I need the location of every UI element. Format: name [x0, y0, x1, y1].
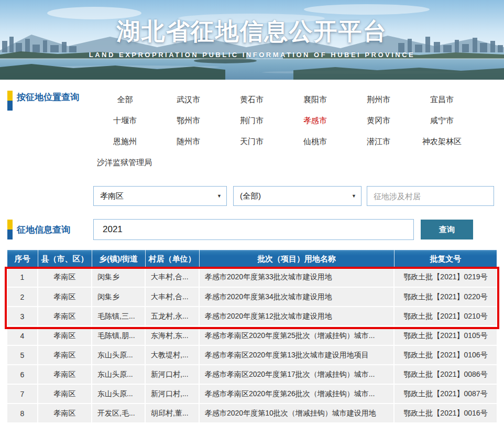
cell: 鄂政土批【2021】0016号	[394, 404, 497, 423]
column-header-3: 乡(镇)/街道	[92, 250, 145, 268]
chevron-down-icon: ▼	[217, 193, 222, 199]
city-link-黄石市[interactable]: 黄石市	[220, 89, 283, 110]
table-row-7[interactable]: 7孝南区东山头原...新河口村,...孝感市孝南区2020年度第26批次（增减挂…	[7, 384, 497, 404]
city-link-随州市[interactable]: 随州市	[157, 131, 220, 152]
section-marker-icon	[7, 91, 13, 111]
location-section-label: 按征地位置查询	[7, 89, 93, 111]
cell: 东山头原...	[92, 384, 145, 404]
city-link-荆州市[interactable]: 荆州市	[347, 89, 410, 110]
cell: 闵集乡	[92, 287, 145, 307]
cell: 3	[7, 307, 38, 326]
village-input[interactable]	[367, 186, 494, 206]
cell: 新河口村,...	[145, 384, 199, 404]
city-link-荆门市[interactable]: 荆门市	[220, 110, 283, 131]
results-table-wrap: 序号县（市、区）乡(镇)/街道村居（单位）批次（项目）用地名称批复文号 1孝南区…	[7, 250, 497, 423]
site-subtitle: LAND EXPROPRIATION PUBLIC INFORMATION OF…	[0, 51, 504, 59]
city-link-潜江市[interactable]: 潜江市	[347, 131, 410, 152]
cell: 孝南区	[38, 287, 92, 307]
cell: 东山头原...	[92, 365, 145, 384]
city-links-grid: 全部武汉市黄石市襄阳市荆州市宜昌市十堰市鄂州市荆门市孝感市黄冈市咸宁市恩施州随州…	[93, 89, 474, 173]
table-row-5[interactable]: 5孝南区东山头原...大教堤村,...孝感市孝南区2020年度第13批次城市建设…	[7, 345, 497, 365]
cell: 孝南区	[38, 307, 92, 326]
city-link-十堰市[interactable]: 十堰市	[93, 110, 157, 131]
section-marker-icon	[7, 220, 13, 239]
district-select[interactable]: 孝南区 ▼	[93, 186, 227, 206]
city-link-襄阳市[interactable]: 襄阳市	[283, 89, 347, 110]
city-link-神农架林区[interactable]: 神农架林区	[410, 131, 474, 152]
cell: 孝感市2020年度第12批次城市建设用地	[199, 307, 394, 326]
table-row-1[interactable]: 1孝南区闵集乡大丰村,合...孝感市2020年度第33批次城市建设用地鄂政土批【…	[7, 268, 497, 287]
cell: 鄂政土批【2021】0220号	[394, 287, 497, 307]
cell: 孝感市孝南区2020年度第13批次城市建设用地项目	[199, 345, 394, 365]
city-link-黄冈市[interactable]: 黄冈市	[347, 110, 410, 131]
city-link-天门市[interactable]: 天门市	[220, 131, 283, 152]
city-link-孝感市[interactable]: 孝感市	[283, 110, 347, 131]
cell: 新河口村,...	[145, 365, 199, 384]
cell: 毛陈镇,三...	[92, 307, 145, 326]
query-section-label: 征地信息查询	[7, 220, 93, 239]
location-query-section: 按征地位置查询 全部武汉市黄石市襄阳市荆州市宜昌市十堰市鄂州市荆门市孝感市黄冈市…	[7, 89, 497, 173]
district-select-value: 孝南区	[100, 191, 124, 201]
cell: 孝南区	[38, 384, 92, 404]
table-row-4[interactable]: 4孝南区毛陈镇,朋...东海村,东...孝感市孝南区2020年度第25批次（增减…	[7, 326, 497, 345]
cell: 7	[7, 384, 38, 404]
cell: 鄂政土批【2021】0086号	[394, 365, 497, 384]
cell: 5	[7, 345, 38, 365]
cell: 1	[7, 268, 38, 287]
banner: 湖北省征地信息公开平台 LAND EXPROPRIATION PUBLIC IN…	[0, 0, 504, 80]
cell: 鄂政土批【2021】0219号	[394, 268, 497, 287]
search-input[interactable]	[93, 219, 414, 240]
table-row-3[interactable]: 3孝南区毛陈镇,三...五龙村,永...孝感市2020年度第12批次城市建设用地…	[7, 307, 497, 326]
city-link-宜昌市[interactable]: 宜昌市	[410, 89, 474, 110]
city-link-武汉市[interactable]: 武汉市	[157, 89, 220, 110]
table-row-8[interactable]: 8孝南区开发区,毛...胡邱村,董...孝感市2020年度第10批次（增减挂钩）…	[7, 404, 497, 423]
info-query-section: 征地信息查询 查询	[7, 219, 497, 240]
cell: 五龙村,永...	[145, 307, 199, 326]
cell: 孝感市2020年度第33批次城市建设用地	[199, 268, 394, 287]
cell: 孝感市孝南区2020年度第25批次（增减挂钩）城市...	[199, 326, 394, 345]
cell: 鄂政土批【2021】0210号	[394, 307, 497, 326]
column-header-1: 序号	[7, 250, 38, 268]
cell: 大教堤村,...	[145, 345, 199, 365]
city-link-沙洋监狱管理局[interactable]: 沙洋监狱管理局	[93, 152, 220, 173]
cell: 6	[7, 365, 38, 384]
cell: 鄂政土批【2021】0105号	[394, 326, 497, 345]
search-button[interactable]: 查询	[421, 220, 473, 239]
cell: 大丰村,合...	[145, 287, 199, 307]
filter-row: 孝南区 ▼ (全部) ▼	[7, 186, 497, 206]
table-row-2[interactable]: 2孝南区闵集乡大丰村,合...孝感市2020年度第34批次城市建设用地鄂政土批【…	[7, 287, 497, 307]
cell: 4	[7, 326, 38, 345]
cell: 东山头原...	[92, 345, 145, 365]
cell: 孝南区	[38, 268, 92, 287]
town-select-value: (全部)	[240, 191, 261, 201]
cell: 孝感市2020年度第10批次（增减挂钩）城市建设用地	[199, 404, 394, 423]
cell: 鄂政土批【2021】0087号	[394, 384, 497, 404]
cell: 孝感市孝南区2020年度第17批次（增减挂钩）城市...	[199, 365, 394, 384]
cell: 东海村,东...	[145, 326, 199, 345]
city-link-全部[interactable]: 全部	[93, 89, 157, 110]
city-link-鄂州市[interactable]: 鄂州市	[157, 110, 220, 131]
cell: 鄂政土批【2021】0106号	[394, 345, 497, 365]
cell: 孝感市2020年度第34批次城市建设用地	[199, 287, 394, 307]
cell: 毛陈镇,朋...	[92, 326, 145, 345]
city-link-咸宁市[interactable]: 咸宁市	[410, 110, 474, 131]
city-link-恩施州[interactable]: 恩施州	[93, 131, 157, 152]
cell: 孝感市孝南区2020年度第26批次（增减挂钩）城市...	[199, 384, 394, 404]
table-row-6[interactable]: 6孝南区东山头原...新河口村,...孝感市孝南区2020年度第17批次（增减挂…	[7, 365, 497, 384]
table-header-row: 序号县（市、区）乡(镇)/街道村居（单位）批次（项目）用地名称批复文号	[7, 250, 497, 268]
cell: 孝南区	[38, 404, 92, 423]
cell: 闵集乡	[92, 268, 145, 287]
column-header-4: 村居（单位）	[145, 250, 199, 268]
cell: 2	[7, 287, 38, 307]
cell: 孝南区	[38, 345, 92, 365]
chevron-down-icon: ▼	[352, 193, 356, 199]
column-header-5: 批次（项目）用地名称	[199, 250, 394, 268]
cell: 孝南区	[38, 326, 92, 345]
column-header-6: 批复文号	[394, 250, 497, 268]
cell: 8	[7, 404, 38, 423]
city-link-仙桃市[interactable]: 仙桃市	[283, 131, 347, 152]
results-table: 序号县（市、区）乡(镇)/街道村居（单位）批次（项目）用地名称批复文号 1孝南区…	[7, 250, 497, 423]
town-select[interactable]: (全部) ▼	[233, 186, 361, 206]
banner-text: 湖北省征地信息公开平台 LAND EXPROPRIATION PUBLIC IN…	[0, 16, 504, 59]
site-title: 湖北省征地信息公开平台	[0, 16, 504, 47]
